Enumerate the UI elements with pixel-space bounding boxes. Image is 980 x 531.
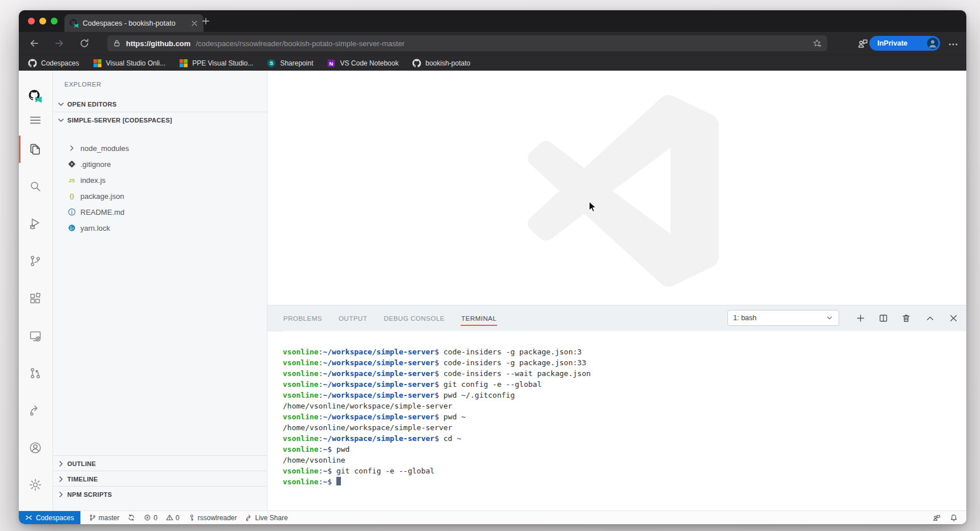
view-run-debug[interactable] — [29, 217, 42, 230]
add-favorite-button[interactable] — [812, 39, 822, 48]
remote-indicator-badge[interactable]: Codespaces — [19, 511, 80, 524]
browser-menu-button[interactable] — [948, 39, 958, 50]
terminal-output-line: /home/vsonline/workspace/simple-server — [283, 422, 964, 433]
file-node-modules[interactable]: node_modules — [53, 140, 267, 156]
view-explorer[interactable] — [29, 142, 42, 156]
seti-json-icon: {} — [67, 191, 76, 201]
terminal-shell-select[interactable]: 1: bash — [727, 310, 839, 326]
chevron-down-icon — [56, 116, 66, 125]
tab-close-icon[interactable] — [190, 19, 198, 27]
bookmark-ppe-visual-studio-[interactable]: PPE Visual Studio... — [179, 59, 253, 68]
seti-yarn-icon — [67, 223, 76, 232]
address-bar[interactable]: https://github.com/codespaces/rssowlread… — [107, 35, 827, 51]
section-timeline[interactable]: TIMELINE — [53, 471, 267, 487]
menu-button[interactable] — [29, 113, 42, 127]
chevron-right-icon — [67, 144, 76, 153]
status-notifications[interactable] — [950, 514, 958, 522]
status-warnings[interactable]: 0 — [166, 514, 180, 522]
view-pull-requests[interactable] — [29, 366, 42, 380]
active-view-indicator — [19, 136, 21, 163]
bookmark-codespaces[interactable]: Codespaces — [28, 59, 79, 68]
file--gitignore[interactable]: .gitignore — [53, 156, 267, 172]
view-search[interactable] — [29, 179, 42, 193]
panel-tab-debug-console[interactable]: DEBUG CONSOLE — [383, 311, 445, 326]
zoom-window-button[interactable] — [51, 18, 58, 24]
tab-title: Codespaces - bookish-potato — [83, 19, 186, 27]
section-project-root[interactable]: SIMPLE-SERVER [CODESPACES] — [53, 113, 267, 128]
terminal-cursor — [336, 477, 341, 485]
status-live-share[interactable]: Live Share — [245, 514, 287, 522]
url-path: /codespaces/rssowlreader/bookish-potato-… — [196, 39, 807, 48]
sync-icon — [128, 514, 135, 521]
panel-tab-output[interactable]: OUTPUT — [338, 311, 368, 326]
seti-git-icon — [67, 160, 76, 169]
bookmark-bookish-potato[interactable]: bookish-potato — [412, 59, 470, 68]
view-extensions[interactable] — [29, 292, 42, 305]
minimize-window-button[interactable] — [39, 18, 46, 24]
ms-logo-icon — [179, 59, 188, 68]
new-tab-button[interactable] — [201, 17, 210, 26]
status-sync[interactable] — [128, 514, 135, 521]
send-feedback-button[interactable] — [857, 38, 868, 49]
terminal-output-line: /home/vsonline — [283, 455, 964, 465]
file-readme-md[interactable]: README.md — [53, 204, 267, 220]
status-feedback[interactable] — [933, 514, 941, 522]
inprivate-badge[interactable]: InPrivate — [869, 36, 940, 51]
github-icon — [28, 59, 37, 68]
svg-text:N: N — [330, 60, 334, 67]
close-window-button[interactable] — [28, 18, 35, 24]
sidebar-title: EXPLORER — [64, 81, 101, 88]
chevron-right-icon — [56, 490, 66, 499]
codespaces-logo — [29, 89, 42, 103]
bottom-panel: PROBLEMSOUTPUTDEBUG CONSOLETERMINAL 1: b… — [267, 305, 966, 511]
chevron-right-icon — [56, 475, 66, 484]
view-live-share[interactable] — [29, 403, 42, 417]
browser-tab[interactable]: Codespaces - bookish-potato — [64, 14, 204, 32]
activity-bar — [19, 71, 53, 511]
terminal-prompt-line: vsonline:~$ pwd — [283, 444, 964, 455]
status-branch[interactable]: master — [89, 514, 120, 522]
terminal-output[interactable]: vsonline:~/workspace/simple-server$ code… — [283, 331, 964, 511]
url-host: https://github.com — [126, 39, 190, 48]
view-source-control[interactable] — [29, 254, 42, 268]
refresh-button[interactable] — [79, 38, 90, 48]
panel-tab-terminal[interactable]: TERMINAL — [461, 311, 497, 326]
bookmark-visual-studio-onli-[interactable]: Visual Studio Onli... — [93, 59, 166, 68]
status-errors[interactable]: 0 — [144, 514, 157, 522]
new-terminal-button[interactable] — [856, 313, 865, 323]
bookmark-vs-code-notebook[interactable]: NVS Code Notebook — [327, 59, 398, 68]
terminal-prompt-line: vsonline:~/workspace/simple-server$ cd ~ — [283, 433, 964, 444]
account-button[interactable] — [29, 441, 42, 455]
settings-gear[interactable] — [29, 478, 42, 492]
maximize-panel-button[interactable] — [925, 313, 935, 323]
forward-button[interactable] — [54, 38, 64, 48]
browser-titlebar: Codespaces - bookish-potato — [19, 10, 966, 32]
browser-window: Codespaces - bookish-potato https://gith… — [19, 10, 966, 524]
terminal-prompt-line: vsonline:~$ — [283, 476, 964, 487]
terminal-prompt-line: vsonline:~/workspace/simple-server$ code… — [283, 368, 964, 379]
close-panel-button[interactable] — [949, 313, 958, 323]
error-icon — [144, 514, 151, 521]
remote-indicator-icon — [25, 514, 32, 521]
file-index-js[interactable]: JSindex.js — [53, 172, 267, 188]
ms-logo-icon — [93, 59, 102, 68]
onenote-icon: N — [327, 59, 336, 68]
kill-terminal-button[interactable] — [901, 313, 911, 323]
panel-tab-problems[interactable]: PROBLEMS — [283, 311, 323, 326]
lock-icon — [113, 39, 121, 47]
back-button[interactable] — [29, 38, 39, 48]
file-package-json[interactable]: {}package.json — [53, 188, 267, 204]
explorer-sidebar: EXPLORER OPEN EDITORS SIMPLE-SERVER [COD… — [53, 71, 267, 511]
section-npm-scripts[interactable]: NPM SCRIPTS — [53, 486, 267, 502]
status-bar: Codespaces master00rssowlreaderLive Shar… — [19, 510, 966, 524]
seti-info-icon — [67, 207, 76, 217]
split-terminal-button[interactable] — [879, 313, 888, 323]
view-remote-explorer[interactable] — [29, 329, 42, 343]
bookmark-sharepoint[interactable]: SSharepoint — [267, 59, 313, 68]
terminal-output-line: /home/vsonline/workspace/simple-server — [283, 401, 964, 411]
section-outline[interactable]: OUTLINE — [53, 455, 267, 471]
file-yarn-lock[interactable]: yarn.lock — [53, 220, 267, 236]
warning-icon — [166, 514, 173, 521]
section-open-editors[interactable]: OPEN EDITORS — [53, 97, 267, 112]
status-rssowlreader[interactable]: rssowlreader — [188, 514, 237, 522]
